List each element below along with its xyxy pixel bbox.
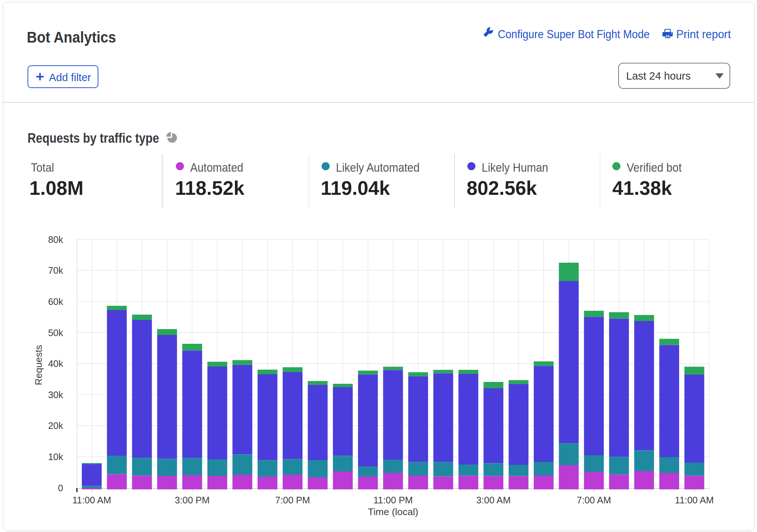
- svg-text:40k: 40k: [48, 358, 63, 369]
- svg-text:80k: 80k: [48, 234, 63, 245]
- svg-text:70k: 70k: [48, 265, 63, 276]
- svg-text:3:00 AM: 3:00 AM: [476, 495, 511, 505]
- svg-text:11:00 AM: 11:00 AM: [72, 495, 111, 505]
- svg-text:11:00 PM: 11:00 PM: [373, 495, 413, 505]
- svg-text:7:00 PM: 7:00 PM: [275, 495, 310, 505]
- svg-text:10k: 10k: [48, 452, 63, 462]
- svg-text:3:00 PM: 3:00 PM: [175, 495, 210, 505]
- svg-text:11:00 AM: 11:00 AM: [675, 495, 714, 505]
- svg-text:7:00 AM: 7:00 AM: [577, 495, 611, 505]
- svg-text:60k: 60k: [48, 296, 63, 307]
- svg-text:50k: 50k: [48, 328, 63, 338]
- svg-text:20k: 20k: [48, 420, 63, 431]
- svg-text:Requests: Requests: [33, 345, 44, 385]
- svg-text:30k: 30k: [48, 390, 63, 400]
- svg-text:Time (local): Time (local): [368, 506, 418, 517]
- svg-text:0: 0: [58, 483, 63, 493]
